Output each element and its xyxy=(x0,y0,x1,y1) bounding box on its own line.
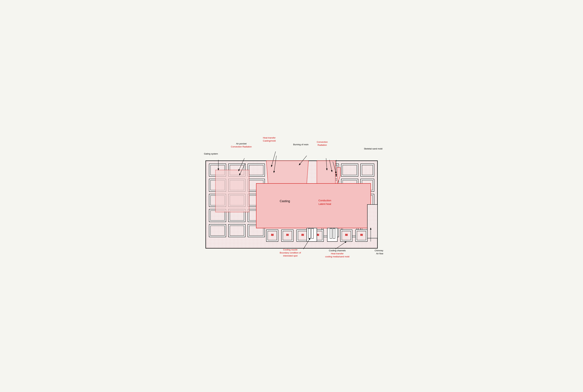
burning-of-resin-label: Burning of resin xyxy=(293,143,308,146)
svg-rect-38 xyxy=(362,165,373,175)
chimney-airflow-label: Chimney Air flow xyxy=(374,249,383,255)
svg-rect-67 xyxy=(367,204,378,238)
air-pocket-label: Air porcket Convection Radiation xyxy=(231,142,252,148)
svg-rect-77 xyxy=(327,228,338,242)
gating-system-label: Gating system xyxy=(204,152,218,155)
svg-rect-90 xyxy=(308,228,310,238)
svg-text:≋: ≋ xyxy=(360,233,363,237)
svg-rect-63 xyxy=(216,170,249,212)
skeletal-sand-mold-label: Skeletal sand mold xyxy=(364,147,382,150)
svg-text:≋: ≋ xyxy=(271,233,274,237)
svg-rect-36 xyxy=(342,165,357,175)
svg-rect-8 xyxy=(249,165,263,175)
cooling-channels-label: Cooling channels Heat transfer cooling m… xyxy=(325,249,350,258)
svg-text:≋: ≋ xyxy=(286,233,289,237)
svg-rect-91 xyxy=(312,228,314,238)
svg-text:≋: ≋ xyxy=(301,233,304,237)
diagram-container: ≋ ≋ ≋ ≋ ≋ ≋ xyxy=(199,134,384,258)
convection-radiation-right-label: Convection Radiation xyxy=(317,140,328,146)
conduction-latent-label: Conduction Latent heat xyxy=(318,198,331,206)
casting-label: Casting xyxy=(280,198,290,203)
svg-marker-64 xyxy=(266,161,308,184)
svg-rect-30 xyxy=(230,226,244,236)
svg-text:≋: ≋ xyxy=(345,233,348,237)
svg-rect-79 xyxy=(333,228,335,238)
cooling-nozzle-label: Cooling nozzle Boundary condition of int… xyxy=(280,248,301,258)
svg-rect-66 xyxy=(256,184,371,228)
svg-rect-78 xyxy=(330,228,332,238)
svg-rect-28 xyxy=(210,226,224,236)
heat-transfer-casting-label: Heat transfer Casting/mold xyxy=(263,136,276,142)
